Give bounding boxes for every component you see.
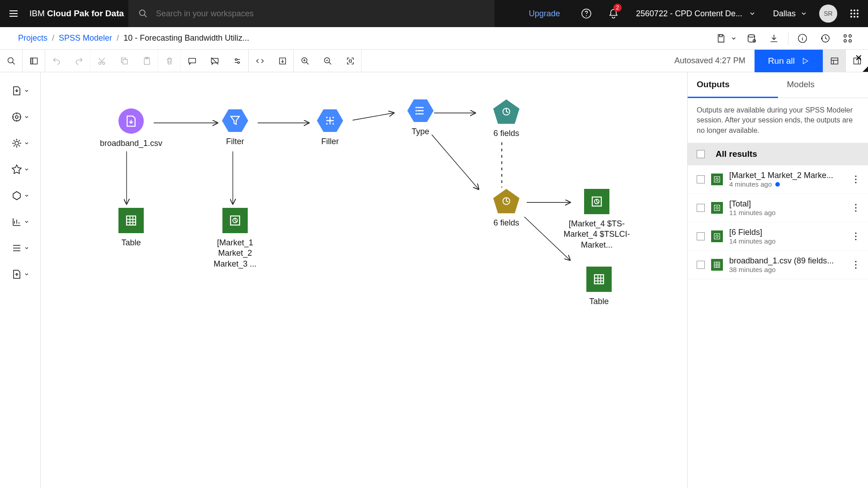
history-button[interactable] [814, 27, 836, 50]
result-row[interactable]: [Market_1 Market_2 Marke...4 minutes ago [688, 165, 868, 194]
tab-models[interactable]: Models [778, 72, 868, 98]
result-time: 14 minutes ago [729, 237, 846, 245]
close-panel-button[interactable]: ✕ [855, 52, 863, 63]
redo-button[interactable] [68, 50, 90, 72]
nodes-button[interactable] [836, 27, 859, 50]
brand-name: Cloud Pak for Data [47, 9, 124, 18]
brand: IBM Cloud Pak for Data [27, 9, 128, 19]
svg-point-52 [326, 117, 328, 118]
node-source[interactable]: broadband_1.csv [95, 108, 167, 149]
palette-outputs[interactable] [0, 235, 40, 261]
help-button[interactable] [573, 0, 600, 27]
svg-point-21 [8, 57, 13, 63]
result-row[interactable]: [6 Fields]14 minutes ago [688, 222, 868, 251]
node-6fields-mid[interactable]: 6 fields [479, 189, 533, 228]
node-ts-plot-label: [Market_4 $TS-Market_4 $TSLCI-Market... [561, 219, 633, 250]
region-label: Dallas [773, 9, 796, 19]
resize-handle[interactable] [863, 66, 868, 72]
palette-nuggets[interactable] [0, 183, 40, 209]
region-switcher[interactable]: Dallas [765, 9, 816, 19]
import-button[interactable] [271, 50, 294, 72]
account-switcher[interactable]: 2560722 - CPD Content De... [627, 9, 765, 19]
save-menu-button[interactable] [713, 27, 740, 50]
svg-point-11 [857, 16, 859, 18]
zoom-in-button[interactable] [294, 50, 316, 72]
result-title: [Market_1 Market_2 Marke... [729, 171, 846, 180]
breadcrumb-spss[interactable]: SPSS Modeler [59, 33, 112, 43]
global-header: IBM Cloud Pak for Data Upgrade 2 2560722… [0, 0, 868, 27]
breadcrumb: Projects / SPSS Modeler / 10 - Forecasti… [18, 33, 249, 43]
panel-tabs: Outputs Models [688, 72, 868, 98]
node-6fields-top[interactable]: 6 fields [479, 99, 533, 139]
tab-outputs[interactable]: Outputs [688, 72, 778, 98]
all-results-header: All results [688, 143, 868, 165]
hide-comments-button[interactable] [203, 50, 226, 72]
zoom-fit-button[interactable] [339, 50, 362, 72]
palette-modeling[interactable] [0, 156, 40, 183]
table-icon [711, 259, 723, 271]
menu-button[interactable] [0, 0, 27, 27]
overflow-menu-button[interactable] [853, 175, 859, 184]
result-time: 4 minutes ago [729, 180, 846, 188]
svg-point-75 [855, 207, 857, 209]
node-market-plot[interactable]: [Market_1 Market_2 Market_3 ... [201, 208, 269, 269]
palette-record-ops[interactable] [0, 104, 40, 130]
svg-point-17 [844, 34, 847, 37]
result-row[interactable]: broadband_1.csv (89 fields...38 minutes … [688, 251, 868, 279]
search-canvas-button[interactable] [0, 50, 23, 72]
overflow-menu-button[interactable] [853, 203, 859, 212]
node-table2[interactable]: Table [572, 267, 626, 307]
palette-export[interactable] [0, 261, 40, 287]
delete-button[interactable] [158, 50, 181, 72]
node-ts-plot[interactable]: [Market_4 $TS-Market_4 $TSLCI-Market... [561, 189, 633, 250]
app-switcher-button[interactable] [841, 0, 868, 27]
result-checkbox[interactable] [697, 204, 705, 212]
breadcrumb-projects[interactable]: Projects [18, 33, 47, 43]
overflow-menu-button[interactable] [853, 232, 859, 241]
panel-toggle-button[interactable] [23, 50, 45, 72]
palette-graphs[interactable] [0, 209, 40, 235]
result-title: [Total] [729, 199, 846, 209]
svg-point-76 [855, 211, 857, 212]
brand-prefix: IBM [29, 9, 45, 18]
undo-button[interactable] [45, 50, 68, 72]
comment-button[interactable] [181, 50, 203, 72]
node-type[interactable]: Type [398, 99, 443, 137]
data-button[interactable] [740, 27, 763, 50]
account-label: 2560722 - CPD Content De... [636, 9, 742, 19]
select-all-checkbox[interactable] [697, 150, 705, 158]
result-checkbox[interactable] [697, 261, 705, 269]
code-button[interactable] [249, 50, 271, 72]
svg-point-19 [844, 39, 847, 42]
node-filter[interactable]: Filter [212, 109, 258, 147]
flow-canvas[interactable]: broadband_1.csv Filter Filler Type 6 fie… [41, 72, 687, 488]
download-button[interactable] [763, 27, 785, 50]
paste-button[interactable] [136, 50, 158, 72]
svg-point-6 [850, 13, 852, 14]
search-input[interactable] [156, 9, 495, 19]
result-checkbox[interactable] [697, 175, 705, 183]
run-all-button[interactable]: Run all [755, 50, 823, 72]
info-button[interactable] [791, 27, 814, 50]
settings-button[interactable] [226, 50, 249, 72]
upgrade-link[interactable]: Upgrade [516, 9, 573, 19]
node-filler[interactable]: Filler [307, 109, 353, 147]
copy-button[interactable] [113, 50, 136, 72]
svg-point-5 [857, 9, 859, 11]
palette-field-ops[interactable] [0, 130, 40, 156]
cut-button[interactable] [90, 50, 113, 72]
node-table1[interactable]: Table [104, 208, 158, 248]
result-checkbox[interactable] [697, 232, 705, 240]
result-row[interactable]: [Total]11 minutes ago [688, 194, 868, 222]
chevron-down-icon [800, 10, 807, 17]
palette-import[interactable] [0, 78, 40, 104]
user-avatar[interactable]: SR [819, 5, 837, 23]
svg-point-85 [855, 267, 857, 269]
outputs-panel-toggle[interactable] [823, 50, 845, 72]
svg-point-3 [850, 9, 852, 11]
zoom-out-button[interactable] [316, 50, 339, 72]
global-search[interactable] [128, 0, 495, 27]
overflow-menu-button[interactable] [853, 260, 859, 269]
new-indicator-dot [775, 182, 780, 187]
notifications-button[interactable]: 2 [600, 0, 627, 27]
